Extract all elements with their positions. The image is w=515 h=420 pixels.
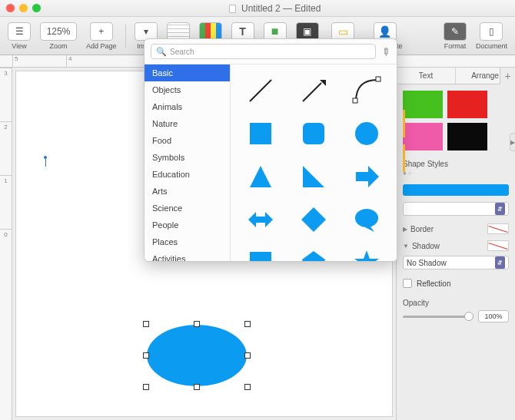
svg-marker-12 <box>301 207 326 232</box>
category-activities[interactable]: Activities <box>145 250 230 262</box>
brush-icon: ✎ <box>444 22 467 41</box>
swatch-red[interactable] <box>447 91 487 118</box>
shape-speech-bubble[interactable] <box>351 204 382 235</box>
svg-marker-18 <box>354 250 379 262</box>
tab-text[interactable]: Text <box>397 68 456 84</box>
category-arts[interactable]: Arts <box>145 183 230 200</box>
shape-rounded-square[interactable] <box>298 118 329 149</box>
ruler-tick: 2 <box>0 121 12 175</box>
view-label: View <box>12 42 26 50</box>
resize-handle-tl[interactable] <box>143 321 149 327</box>
maximize-icon[interactable] <box>32 4 41 12</box>
category-people[interactable]: People <box>145 217 230 233</box>
shape-curve[interactable] <box>351 75 382 106</box>
resize-handle-tm[interactable] <box>194 321 200 327</box>
search-icon: 🔍 <box>156 47 167 57</box>
category-nature[interactable]: Nature <box>145 115 230 132</box>
border-section[interactable]: ▶ Border <box>397 219 515 236</box>
fill-dropdown[interactable]: ⇵ <box>403 202 509 216</box>
fill-color-pill[interactable] <box>403 184 509 196</box>
shape-star[interactable] <box>351 247 382 262</box>
swatch-pink[interactable] <box>403 123 443 150</box>
fill-dropdown-row: ⇵ <box>397 199 515 219</box>
add-page-button[interactable]: +Add Page <box>83 21 120 51</box>
category-objects[interactable]: Objects <box>145 81 230 98</box>
shapes-grid <box>231 64 397 262</box>
swatch-black[interactable] <box>447 123 487 150</box>
shape-circle[interactable] <box>351 118 382 149</box>
border-none-swatch[interactable] <box>487 223 509 234</box>
doc-edited: — Edited <box>283 3 321 14</box>
document-icon <box>229 5 236 13</box>
zoom-button[interactable]: 125%Zoom <box>37 21 80 51</box>
resize-handle-tr[interactable] <box>244 321 251 327</box>
style-swatches <box>397 84 515 157</box>
shadow-dropdown[interactable]: No Shadow ⇵ <box>403 256 509 270</box>
slider-thumb[interactable] <box>464 312 473 321</box>
category-education[interactable]: Education <box>145 166 230 183</box>
zoom-value: 125% <box>40 22 77 41</box>
opacity-slider[interactable] <box>403 316 473 318</box>
shape-category-list: Basic Objects Animals Nature Food Symbol… <box>145 64 231 262</box>
shape-styles-label: Shape Styles <box>397 157 515 170</box>
shadow-none-swatch[interactable] <box>487 240 509 251</box>
add-tab-button[interactable]: + <box>500 68 515 84</box>
shape-arrow-line[interactable] <box>298 75 329 106</box>
svg-line-0 <box>250 80 271 101</box>
shape-arrow-right[interactable] <box>351 161 382 192</box>
category-basic[interactable]: Basic <box>145 64 230 81</box>
shape-arrow-double[interactable] <box>245 204 276 235</box>
search-input[interactable]: 🔍 Search <box>151 44 376 59</box>
titlebar: Untitled 2 — Edited <box>0 0 515 17</box>
reflection-label: Reflection <box>417 279 450 288</box>
shape-callout-square[interactable] <box>245 247 276 262</box>
category-science[interactable]: Science <box>145 200 230 217</box>
shadow-section[interactable]: ▼ Shadow <box>397 236 515 253</box>
shape-right-triangle[interactable] <box>298 161 329 192</box>
category-animals[interactable]: Animals <box>145 98 230 115</box>
add-page-label: Add Page <box>86 42 117 50</box>
resize-handle-br[interactable] <box>244 384 251 390</box>
close-icon[interactable] <box>6 4 15 12</box>
ruler-vertical: 3 2 1 0 <box>0 68 12 420</box>
resize-handle-bl[interactable] <box>143 384 149 390</box>
resize-handle-ml[interactable] <box>143 352 149 359</box>
accent-bar <box>403 144 405 172</box>
svg-rect-4 <box>376 77 380 81</box>
opacity-value[interactable]: 100% <box>478 310 509 322</box>
inspector-tabs: Style Text Arrange <box>397 68 515 84</box>
svg-marker-9 <box>303 166 324 187</box>
category-symbols[interactable]: Symbols <box>145 149 230 166</box>
chevron-updown-icon: ⇵ <box>495 256 505 269</box>
minimize-icon[interactable] <box>19 4 28 12</box>
document-inspector-button[interactable]: ▯Document <box>473 21 510 51</box>
fill-row <box>397 181 515 199</box>
shape-pentagon[interactable] <box>298 247 329 262</box>
reflection-checkbox[interactable] <box>403 279 412 288</box>
shape-line[interactable] <box>245 75 276 106</box>
category-food[interactable]: Food <box>145 132 230 149</box>
svg-marker-10 <box>356 166 379 187</box>
format-inspector-button[interactable]: ✎Format <box>440 21 470 51</box>
shape-triangle[interactable] <box>245 161 276 192</box>
pen-icon[interactable]: ✎ <box>379 45 393 58</box>
svg-marker-11 <box>248 212 273 227</box>
popover-search-row: 🔍 Search ✎ <box>145 39 397 64</box>
border-label: Border <box>410 225 434 233</box>
table-icon <box>167 22 190 41</box>
resize-handle-mr[interactable] <box>244 352 251 359</box>
swatch-green[interactable] <box>403 91 443 118</box>
category-places[interactable]: Places <box>145 233 230 250</box>
svg-line-1 <box>303 83 321 101</box>
opacity-section: Opacity 100% <box>397 294 515 327</box>
shape-popover: 🔍 Search ✎ Basic Objects Animals Nature … <box>144 38 397 262</box>
zoom-label: Zoom <box>49 42 67 50</box>
chart-icon <box>199 22 222 41</box>
svg-point-7 <box>355 122 378 145</box>
selected-oval-shape[interactable] <box>147 325 247 386</box>
shape-square[interactable] <box>245 118 276 149</box>
shape-diamond[interactable] <box>298 204 329 235</box>
resize-handle-bm[interactable] <box>194 384 200 390</box>
view-button[interactable]: ☰View <box>5 21 34 51</box>
expand-tray-icon[interactable]: ▶ <box>510 133 515 151</box>
